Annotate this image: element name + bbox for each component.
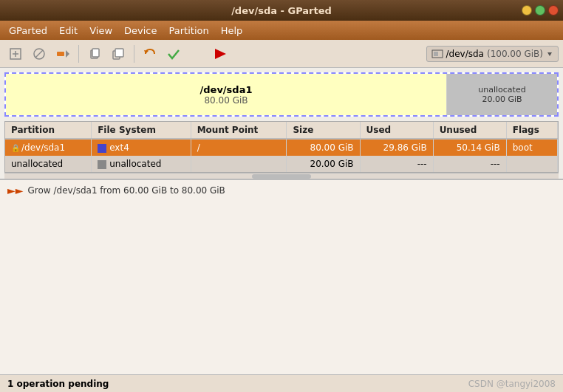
cell-flags: boot [506,139,557,156]
col-mountpoint: Mount Point [191,122,287,139]
cell-partition: unallocated [5,156,92,172]
col-size: Size [287,122,360,139]
disk-sda1-label: /dev/sda1 [200,84,253,95]
cell-filesystem: ext4 [92,139,191,156]
svg-rect-5 [57,52,64,56]
menu-edit[interactable]: Edit [53,24,83,38]
operation-icon: ►► [7,185,24,196]
cell-size: 20.00 GiB [287,156,360,172]
col-partition: Partition [5,122,92,139]
filesystem-icon [98,160,106,169]
title-bar: /dev/sda - GParted [0,0,563,21]
cell-used: --- [360,156,433,172]
disk-unalloc-segment[interactable]: unallocated 20.00 GiB [447,74,557,115]
toolbar: /dev/sda (100.00 GiB) [0,40,563,68]
cell-unused: 50.14 GiB [433,139,506,156]
window-title: /dev/sda - GParted [231,5,332,16]
pending-operations: 1 operation pending [7,379,109,389]
col-unused: Unused [433,122,506,139]
lock-icon: 🔒 [11,144,20,152]
undo-button[interactable] [139,43,161,65]
disk-unalloc-size: 20.00 GiB [482,94,522,104]
paste-button[interactable] [107,43,129,65]
menu-partition[interactable]: Partition [163,24,215,38]
operations-area: ►►Grow /dev/sda1 from 60.00 GiB to 80.00… [0,179,563,374]
close-button[interactable] [548,5,559,16]
operations-list: ►►Grow /dev/sda1 from 60.00 GiB to 80.00… [7,185,556,196]
window-controls[interactable] [522,5,559,16]
watermark: CSDN @tangyi2008 [468,379,556,389]
cell-unused: --- [433,156,506,172]
status-bar: 1 operation pending CSDN @tangyi2008 [0,374,563,392]
table-header-row: Partition File System Mount Point Size U… [5,122,558,139]
table-row[interactable]: 🔒/dev/sda1ext4/80.00 GiB29.86 GiB50.14 G… [5,139,558,156]
svg-marker-12 [193,49,226,59]
menu-device[interactable]: Device [118,24,163,38]
device-label: /dev/sda [446,49,484,59]
svg-marker-15 [547,52,552,56]
chevron-down-icon [546,50,553,58]
minimize-button[interactable] [522,5,532,16]
operation-item: ►►Grow /dev/sda1 from 60.00 GiB to 80.00… [7,185,556,196]
cell-filesystem: unallocated [92,156,191,172]
scroll-thumb[interactable] [252,174,311,179]
toolbar-separator-1 [78,45,79,63]
disk-sda1-segment[interactable]: /dev/sda1 80.00 GiB [6,74,447,115]
cell-mountpoint [191,156,287,172]
cell-size: 80.00 GiB [287,139,360,156]
svg-rect-10 [115,49,123,57]
table-row[interactable]: unallocatedunallocated20.00 GiB------ [5,156,558,172]
menu-view[interactable]: View [83,24,118,38]
cell-mountpoint: / [191,139,287,156]
maximize-button[interactable] [535,5,545,16]
svg-line-4 [35,50,43,58]
col-filesystem: File System [92,122,191,139]
disk-sda1-size: 80.00 GiB [204,95,248,106]
partition-table: Partition File System Mount Point Size U… [5,122,558,172]
col-used: Used [360,122,433,139]
menu-help[interactable]: Help [215,24,249,38]
apply-button[interactable] [163,43,185,65]
menu-gparted[interactable]: GParted [3,24,53,38]
new-button[interactable] [4,43,27,65]
svg-rect-14 [434,52,438,56]
copy-button[interactable] [83,43,106,65]
menu-bar: GParted Edit View Device Partition Help [0,21,563,40]
svg-rect-8 [92,49,99,57]
arrow-indicator [189,43,226,65]
horizontal-scrollbar[interactable] [4,173,559,179]
filesystem-icon [98,144,106,153]
disk-unalloc-label: unallocated [478,85,525,94]
col-flags: Flags [506,122,557,139]
svg-marker-6 [66,50,69,58]
device-size: (100.00 GiB) [487,49,543,59]
operation-text: Grow /dev/sda1 from 60.00 GiB to 80.00 G… [28,185,225,196]
cell-used: 29.86 GiB [360,139,433,156]
device-selector[interactable]: /dev/sda (100.00 GiB) [426,46,559,62]
toolbar-separator-2 [134,45,134,63]
cell-flags [506,156,557,172]
delete-button[interactable] [28,43,50,65]
resize-button[interactable] [52,43,74,65]
disk-visual: /dev/sda1 80.00 GiB unallocated 20.00 Gi… [4,72,559,117]
partition-table-container: Partition File System Mount Point Size U… [4,121,559,173]
cell-partition: 🔒/dev/sda1 [5,139,92,156]
